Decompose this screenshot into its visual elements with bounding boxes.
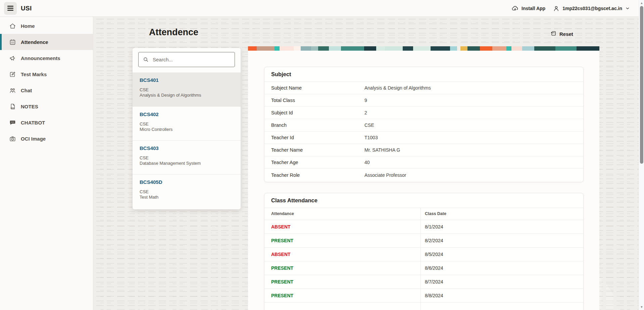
detail-label: Branch bbox=[271, 122, 287, 128]
sidebar-item-attendence[interactable]: Attendence bbox=[0, 34, 93, 50]
subject-code-link[interactable]: BCS401 bbox=[140, 77, 234, 83]
sidebar-item-label: Announcements bbox=[21, 55, 60, 61]
sidebar-item-announcements[interactable]: Announcements bbox=[0, 50, 93, 66]
people-icon bbox=[9, 87, 16, 94]
attendance-status: PRESENT bbox=[271, 279, 293, 285]
app-root: USI Install App 1mp22cs031@bgscet.ac.in … bbox=[0, 0, 644, 310]
attendance-table-row: PRESENT 8/8/2024 bbox=[264, 289, 583, 303]
sidebar-item-test-marks[interactable]: Test Marks bbox=[0, 66, 93, 82]
detail-label: Total Class bbox=[271, 98, 295, 103]
scrollbar-thumb[interactable] bbox=[640, 6, 643, 164]
subject-code-link[interactable]: BCS403 bbox=[140, 145, 234, 151]
attendance-card-title: Class Attendance bbox=[264, 193, 583, 208]
subject-detail-row: Subject Id 2 bbox=[264, 107, 583, 119]
home-icon bbox=[9, 22, 16, 30]
subject-card: Subject Subject Name Analysis & Design o… bbox=[264, 67, 584, 182]
subject-code-link[interactable]: BCS402 bbox=[140, 111, 234, 117]
sidebar-item-chat[interactable]: Chat bbox=[0, 82, 93, 98]
chatbot-icon bbox=[9, 119, 16, 126]
attendance-table-row: ABSENT 8/1/2024 bbox=[264, 220, 583, 234]
subject-list-item[interactable]: BCS405D CSE Test Math bbox=[133, 174, 241, 208]
subject-list-item[interactable]: BCS403 CSE Database Management System bbox=[133, 140, 241, 174]
subject-branch: CSE bbox=[140, 155, 234, 161]
attendance-table-row: PRESENT 8/6/2024 bbox=[264, 261, 583, 275]
attendance-status: ABSENT bbox=[271, 252, 291, 257]
detail-value: Analysis & Design of Algorithms bbox=[364, 85, 431, 91]
detail-label: Teacher Age bbox=[271, 160, 298, 165]
scroll-up-arrow[interactable]: ▲ bbox=[639, 1, 644, 5]
subject-list-item[interactable]: BCS401 CSE Analysis & Design of Algorith… bbox=[133, 72, 241, 106]
column-separator bbox=[420, 261, 421, 275]
detail-value: Associate Professor bbox=[364, 172, 406, 178]
sidebar-item-label: NOTES bbox=[21, 104, 38, 109]
class-date: 8/5/2024 bbox=[425, 252, 443, 257]
class-date: 8/1/2024 bbox=[425, 224, 443, 229]
scroll-down-arrow[interactable]: ▼ bbox=[639, 305, 644, 309]
sidebar-item-label: Attendence bbox=[21, 39, 48, 45]
attendance-column-header: Attendance bbox=[271, 211, 294, 216]
search-input[interactable] bbox=[138, 52, 235, 67]
sidebar-item-label: Home bbox=[21, 23, 35, 29]
edit-icon bbox=[9, 70, 16, 78]
attendance-table-row: PRESENT 8/7/2024 bbox=[264, 275, 583, 289]
hamburger-menu-button[interactable] bbox=[4, 2, 17, 15]
subject-branch: CSE bbox=[140, 87, 234, 93]
column-separator bbox=[420, 275, 421, 289]
search-box bbox=[138, 52, 235, 67]
attendance-status: ABSENT bbox=[271, 224, 291, 229]
subject-name: Micro Controllers bbox=[140, 127, 234, 132]
reset-button[interactable]: Reset bbox=[550, 29, 573, 39]
class-date-column-header: Class Date bbox=[425, 211, 446, 216]
sidebar-item-label: CHATBOT bbox=[21, 120, 45, 125]
sidebar-item-label: OCI Image bbox=[21, 136, 46, 142]
install-app-button[interactable]: Install App bbox=[511, 5, 545, 12]
svg-text:DOC: DOC bbox=[10, 107, 14, 109]
column-separator bbox=[420, 208, 421, 220]
column-separator bbox=[420, 303, 421, 310]
detail-label: Teacher Role bbox=[271, 172, 300, 178]
sidebar-item-chatbot[interactable]: CHATBOT bbox=[0, 114, 93, 131]
page-title: Attendence bbox=[149, 27, 198, 38]
user-menu-button[interactable]: 1mp22cs031@bgscet.ac.in bbox=[553, 5, 630, 12]
calendar-icon bbox=[9, 38, 16, 46]
subject-detail-row: Teacher Id T1003 bbox=[264, 132, 583, 144]
class-date: 8/7/2024 bbox=[425, 279, 443, 285]
detail-value: T1003 bbox=[364, 135, 378, 140]
person-icon bbox=[553, 5, 560, 12]
subject-list-item[interactable]: BCS402 CSE Micro Controllers bbox=[133, 106, 241, 140]
column-separator bbox=[420, 220, 421, 234]
detail-value: 9 bbox=[364, 98, 367, 103]
attendance-status: PRESENT bbox=[271, 238, 293, 243]
app-title: USI bbox=[21, 5, 32, 12]
detail-value: 40 bbox=[364, 160, 370, 165]
sidebar-item-label: Test Marks bbox=[21, 71, 47, 77]
cloud-download-icon bbox=[511, 5, 519, 12]
sidebar-item-home[interactable]: Home bbox=[0, 18, 93, 34]
detail-value: Mr. SATHISHA G bbox=[364, 147, 400, 153]
top-header: USI Install App 1mp22cs031@bgscet.ac.in bbox=[0, 0, 639, 17]
attendance-table-row: ABSENT 8/5/2024 bbox=[264, 248, 583, 261]
subject-detail-row: Teacher Name Mr. SATHISHA G bbox=[264, 144, 583, 156]
vertical-scrollbar[interactable]: ▲ ▼ bbox=[639, 0, 644, 310]
sidebar-item-notes[interactable]: DOC NOTES bbox=[0, 98, 93, 114]
subjects-panel: BCS401 CSE Analysis & Design of Algorith… bbox=[133, 48, 241, 209]
column-separator bbox=[420, 248, 421, 261]
header-actions: Install App 1mp22cs031@bgscet.ac.in bbox=[511, 0, 630, 17]
sidebar-item-oci-image[interactable]: OCI Image bbox=[0, 131, 93, 147]
subject-name: Database Management System bbox=[140, 161, 234, 166]
detail-label: Subject Name bbox=[271, 85, 302, 91]
attendance-table-header: Attendance Class Date bbox=[264, 208, 583, 220]
column-separator bbox=[420, 234, 421, 247]
camera-icon bbox=[9, 135, 16, 142]
chevron-down-icon bbox=[625, 6, 630, 11]
decorative-banner bbox=[248, 46, 599, 51]
attendance-status: PRESENT bbox=[271, 293, 293, 298]
class-date: 8/2/2024 bbox=[425, 238, 443, 243]
subject-name: Test Math bbox=[140, 195, 234, 200]
subject-detail-row: Teacher Age 40 bbox=[264, 156, 583, 169]
subject-detail-row: Subject Name Analysis & Design of Algori… bbox=[264, 82, 583, 94]
detail-label: Subject Id bbox=[271, 110, 293, 115]
subject-code-link[interactable]: BCS405D bbox=[140, 179, 234, 185]
detail-label: Teacher Name bbox=[271, 147, 303, 153]
install-app-label: Install App bbox=[522, 6, 545, 11]
